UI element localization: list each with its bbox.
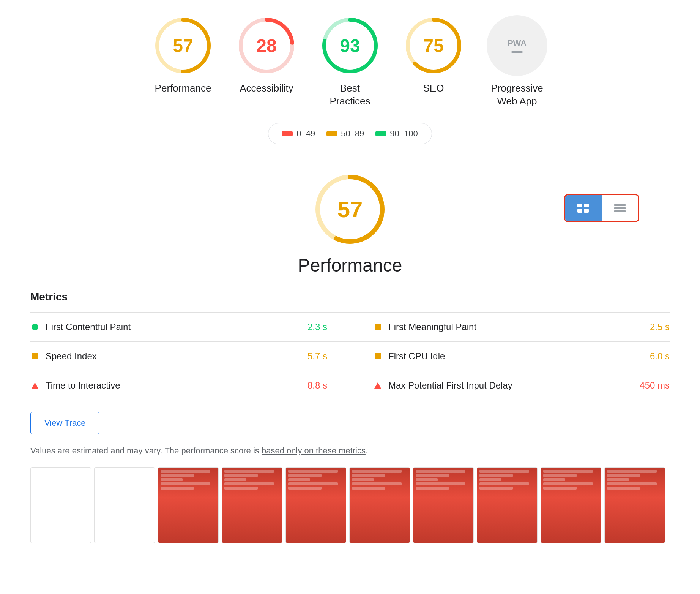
view-btn-grid[interactable] xyxy=(565,195,602,221)
svg-marker-22 xyxy=(374,382,381,389)
filmstrip-frame-3 xyxy=(222,467,282,543)
film-bar xyxy=(288,487,322,490)
view-toggle[interactable] xyxy=(564,194,639,222)
film-bar xyxy=(543,482,593,485)
metric-row-si: Speed Index 5.7 s xyxy=(30,342,350,371)
score-label-pwa: ProgressiveWeb App xyxy=(491,82,543,108)
legend-dot-red xyxy=(282,131,293,136)
film-bar xyxy=(224,474,258,477)
filmstrip xyxy=(30,467,670,543)
film-bar xyxy=(288,474,322,477)
film-bar xyxy=(161,474,194,477)
metric-row-tti: Time to Interactive 8.8 s xyxy=(30,371,350,400)
film-bar xyxy=(416,474,449,477)
legend-label-orange: 50–89 xyxy=(341,129,364,139)
metric-row-mpfid: Max Potential First Input Delay 450 ms xyxy=(350,371,670,400)
film-bar xyxy=(607,470,657,473)
score-value-performance: 57 xyxy=(173,35,193,56)
score-circle-performance: 57 xyxy=(153,15,213,76)
film-content-8 xyxy=(541,468,601,543)
svg-point-17 xyxy=(32,324,38,330)
metrics-section: Metrics First Contentful Paint 2.3 s Fir… xyxy=(30,291,670,543)
metric-value-fcp: 2.3 s xyxy=(307,322,327,332)
film-bar xyxy=(161,482,210,485)
metric-icon-fmp xyxy=(373,322,382,332)
footnote-link[interactable]: based only on these metrics xyxy=(262,446,366,455)
film-bar xyxy=(479,482,529,485)
metric-icon-si xyxy=(30,352,39,361)
film-bar xyxy=(288,470,338,473)
legend-item-orange: 50–89 xyxy=(326,129,364,139)
footnote-text: Values are estimated and may vary. The p… xyxy=(30,446,259,455)
metric-name-si: Speed Index xyxy=(46,351,301,362)
film-bar xyxy=(416,487,449,490)
score-circle-best-practices: 93 xyxy=(320,15,380,76)
score-circle-seo: 75 xyxy=(403,15,464,76)
score-item-performance[interactable]: 57 Performance xyxy=(153,15,213,95)
film-bar xyxy=(543,487,577,490)
film-bar xyxy=(161,478,183,481)
pwa-text: PWA xyxy=(508,38,527,48)
score-item-accessibility[interactable]: 28 Accessibility xyxy=(236,15,297,95)
film-bar xyxy=(352,487,385,490)
metric-name-tti: Time to Interactive xyxy=(46,380,301,391)
film-bar xyxy=(479,474,513,477)
metric-name-fcp: First Contentful Paint xyxy=(46,322,301,332)
legend-dot-green xyxy=(375,131,386,136)
metric-row-fcp: First Contentful Paint 2.3 s xyxy=(30,313,350,342)
legend-bar: 0–49 50–89 90–100 xyxy=(268,123,432,144)
svg-rect-14 xyxy=(614,204,626,206)
list-icon xyxy=(613,203,627,213)
score-value-seo: 75 xyxy=(423,35,443,56)
large-score-circle: 57 xyxy=(312,171,388,247)
film-bar xyxy=(607,487,640,490)
svg-rect-12 xyxy=(577,209,582,213)
film-content-9 xyxy=(605,468,665,543)
film-bar xyxy=(352,470,402,473)
score-label-best-practices: BestPractices xyxy=(330,82,370,108)
score-item-seo[interactable]: 75 SEO xyxy=(403,15,464,95)
metric-row-fci: First CPU Idle 6.0 s xyxy=(350,342,670,371)
film-bar xyxy=(416,482,465,485)
film-bar xyxy=(607,474,640,477)
svg-rect-15 xyxy=(614,207,626,209)
filmstrip-frame-0 xyxy=(30,467,91,543)
film-bar xyxy=(288,478,310,481)
film-bar xyxy=(543,474,577,477)
film-bar xyxy=(288,482,338,485)
perf-score-center: 57 Performance xyxy=(30,171,670,276)
grid-icon xyxy=(577,203,590,213)
scores-row: 57 Performance 28 Accessibility xyxy=(153,15,547,108)
metric-icon-tti xyxy=(30,381,39,390)
metric-name-mpfid: Max Potential First Input Delay xyxy=(388,380,634,391)
score-label-seo: SEO xyxy=(423,82,444,95)
metric-value-fmp: 2.5 s xyxy=(650,322,670,332)
filmstrip-frame-8 xyxy=(541,467,601,543)
metric-value-tti: 8.8 s xyxy=(307,380,327,391)
metric-icon-fcp xyxy=(30,322,39,332)
film-bar xyxy=(607,478,629,481)
metric-value-si: 5.7 s xyxy=(307,351,327,362)
view-btn-list[interactable] xyxy=(602,195,638,221)
perf-detail-section: 57 Performance xyxy=(0,156,700,558)
film-content-4 xyxy=(286,468,346,543)
large-score-value: 57 xyxy=(337,196,363,222)
film-bar xyxy=(352,478,374,481)
svg-rect-11 xyxy=(584,204,589,207)
film-bar xyxy=(224,482,274,485)
view-trace-button[interactable]: View Trace xyxy=(30,412,99,434)
perf-score-wrapper: 57 Performance xyxy=(30,171,670,276)
filmstrip-frame-6 xyxy=(413,467,474,543)
svg-rect-20 xyxy=(375,353,381,359)
footnote-end: . xyxy=(366,446,368,455)
scores-section: 57 Performance 28 Accessibility xyxy=(0,0,700,156)
metric-row-fmp: First Meaningful Paint 2.5 s xyxy=(350,313,670,342)
filmstrip-frame-7 xyxy=(477,467,538,543)
score-circle-accessibility: 28 xyxy=(236,15,297,76)
legend-item-red: 0–49 xyxy=(282,129,315,139)
pwa-circle: PWA xyxy=(487,15,547,76)
film-bar xyxy=(607,482,657,485)
legend-label-green: 90–100 xyxy=(390,129,418,139)
score-item-pwa[interactable]: PWA ProgressiveWeb App xyxy=(487,15,547,108)
score-item-best-practices[interactable]: 93 BestPractices xyxy=(320,15,380,108)
